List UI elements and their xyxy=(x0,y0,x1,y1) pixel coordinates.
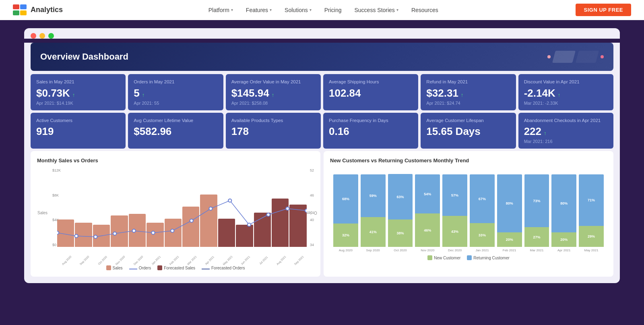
stacked-bar-group: 54%46% xyxy=(415,168,440,247)
new-pct-label: 46% xyxy=(424,228,431,232)
returning-pct-label: 57% xyxy=(451,193,458,197)
chevron-down-icon: ▾ xyxy=(396,8,398,12)
new-customer-bar: 43% xyxy=(442,216,467,247)
nav-features[interactable]: Features ▾ xyxy=(240,4,277,16)
sales-axis-label: Sales xyxy=(37,211,47,215)
legend-forecasted-orders-icon xyxy=(202,269,210,269)
kpi-card-0: Sales in May 2021$0.73K↑Apr 2021: $14.19… xyxy=(31,74,126,110)
brand-name: Analytics xyxy=(31,6,63,14)
kpi-value: 0.16 xyxy=(329,126,349,137)
nav-resources[interactable]: Resources xyxy=(406,4,444,16)
chevron-down-icon: ▾ xyxy=(231,8,233,12)
returning-pct-label: 80% xyxy=(506,201,513,205)
returning-bar: 80% xyxy=(551,174,576,232)
kpi-card-4: Refund in May 2021$32.31↑Apr 2021: $24.7… xyxy=(421,74,516,110)
kpi-sub: Apr 2021: $258.08 xyxy=(231,101,315,106)
svg-point-6 xyxy=(171,229,174,232)
y-right-34: 34 xyxy=(310,243,314,247)
returning-bar: 59% xyxy=(361,174,386,217)
svg-point-8 xyxy=(209,207,212,210)
chevron-down-icon: ▾ xyxy=(310,8,312,12)
kpi-card-5: Abandonment Checkouts in Apr 2021222↑Mar… xyxy=(518,113,613,149)
legend-new-customer: New Customer xyxy=(427,255,460,260)
logo[interactable]: Analytics xyxy=(13,4,63,16)
returning-bar: 73% xyxy=(524,174,549,227)
legend-orders-icon xyxy=(129,269,137,269)
kpi-value: $0.73K xyxy=(36,87,70,99)
kpi-label: Abandonment Checkouts in Apr 2021 xyxy=(524,118,608,124)
kpi-label: Avg Customer Lifetime Value xyxy=(134,118,217,124)
legend-returning-customer-icon xyxy=(467,255,472,260)
new-pct-label: 38% xyxy=(396,231,404,235)
y-right-52: 52 xyxy=(310,168,314,172)
trend-up-icon: ↑ xyxy=(142,92,145,98)
zoho-logo-icon xyxy=(13,4,27,16)
kpi-card-2: Average Order Value in May 2021$145.94↑A… xyxy=(226,74,321,110)
nav-solutions[interactable]: Solutions ▾ xyxy=(279,4,317,16)
kpi-label: Active Customers xyxy=(36,118,120,124)
stacked-bar-group: 68%32% xyxy=(333,168,358,247)
new-pct-label: 41% xyxy=(369,230,377,234)
new-customer-bar: 29% xyxy=(579,226,604,247)
stacked-bar-group: 67%33% xyxy=(470,168,495,247)
nav-pricing[interactable]: Pricing xyxy=(319,4,347,16)
new-pct-label: 32% xyxy=(342,233,349,237)
returning-pct-label: 59% xyxy=(369,194,377,198)
stacked-x-label: Jan 2021 xyxy=(470,248,495,252)
new-pct-label: 43% xyxy=(451,230,458,234)
returning-bar: 68% xyxy=(333,174,358,224)
close-dot[interactable] xyxy=(31,33,36,39)
trend-up-icon: ↑ xyxy=(558,92,561,98)
kpi-card-0: Active Customers919 xyxy=(31,113,126,149)
stacked-x-label: Apr 2021 xyxy=(551,248,576,252)
kpi-value: $32.31 xyxy=(426,87,458,99)
new-customer-bar: 27% xyxy=(524,227,549,247)
kpi-label: Average Customer Lifespan xyxy=(426,118,510,124)
kpi-value: 102.84 xyxy=(329,87,361,99)
dashboard-container: Overview Dashboard Sales in May 2021$0.7… xyxy=(24,43,620,283)
nav-links: Platform ▾ Features ▾ Solutions ▾ Pricin… xyxy=(79,4,568,16)
new-pct-label: 33% xyxy=(479,233,486,237)
kpi-value: 222 xyxy=(524,126,541,137)
svg-point-1 xyxy=(75,234,78,238)
header-decoration xyxy=(547,51,604,63)
kpi-label: Purchase Frequency in Days xyxy=(329,118,413,124)
minimize-dot[interactable] xyxy=(39,33,45,39)
svg-point-4 xyxy=(132,229,136,232)
y-right-40: 40 xyxy=(310,218,314,222)
returning-pct-label: 67% xyxy=(479,197,486,201)
y-right-46: 46 xyxy=(310,193,314,197)
kpi-sub: Mar 2021: -2.33K xyxy=(524,101,608,106)
kpi-value: 178 xyxy=(231,126,249,137)
returning-bar: 54% xyxy=(415,174,440,213)
kpi-value: $582.96 xyxy=(134,126,171,137)
kpi-card-1: Orders in May 20215↑Apr 2021: 55 xyxy=(128,74,223,110)
kpi-card-1: Avg Customer Lifetime Value$582.96 xyxy=(128,113,223,149)
svg-point-10 xyxy=(248,223,251,226)
kpi-sub: Apr 2021: 55 xyxy=(134,101,217,106)
deco-dot-2 xyxy=(601,55,604,58)
kpi-label: Average Order Value in May 2021 xyxy=(231,79,315,85)
returning-pct-label: 54% xyxy=(424,192,431,196)
stacked-x-label: Feb 2021 xyxy=(497,248,522,252)
kpi-value: 5 xyxy=(134,87,139,99)
trend-up-icon: ↑ xyxy=(272,92,275,98)
signup-button[interactable]: SIGN UP FREE xyxy=(576,4,631,16)
new-pct-label: 27% xyxy=(533,235,540,239)
new-customer-bar: 20% xyxy=(497,232,522,247)
stacked-x-label: Sep 2020 xyxy=(361,248,386,252)
customers-chart-title: New Customers vs Returning Customers Mon… xyxy=(330,157,607,164)
returning-bar: 63% xyxy=(388,174,413,219)
kpi-value: 15.65 Days xyxy=(426,126,480,137)
kpi-label: Average Shipping Hours xyxy=(329,79,413,85)
kpi-sub: Mar 2021: 216 xyxy=(524,139,608,144)
svg-point-3 xyxy=(113,232,116,235)
nav-success-stories[interactable]: Success Stories ▾ xyxy=(349,4,404,16)
kpi-label: Available Products Types xyxy=(231,118,315,124)
svg-point-11 xyxy=(266,213,270,216)
returning-bar: 57% xyxy=(442,174,467,216)
nav-platform[interactable]: Platform ▾ xyxy=(203,4,239,16)
kpi-label: Sales in May 2021 xyxy=(36,79,120,85)
navbar: Analytics Platform ▾ Features ▾ Solution… xyxy=(0,0,644,20)
maximize-dot[interactable] xyxy=(48,33,54,39)
